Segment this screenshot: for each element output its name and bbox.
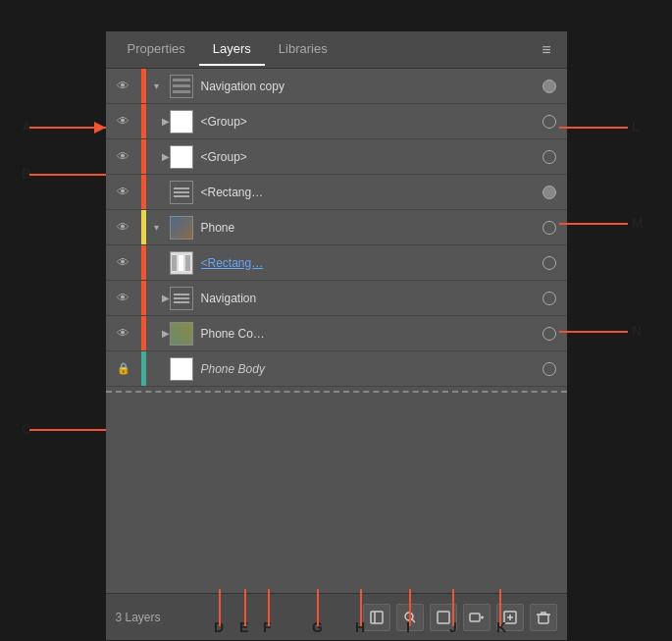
eye-icon: 👁 bbox=[117, 220, 129, 235]
empty-circle bbox=[543, 221, 556, 235]
eye-toggle[interactable]: 👁 bbox=[106, 185, 141, 199]
svg-rect-4 bbox=[470, 614, 480, 621]
layer-thumbnail bbox=[168, 355, 195, 383]
add-layer-button[interactable] bbox=[463, 604, 491, 631]
tab-bar: Properties Layers Libraries ≡ bbox=[106, 31, 567, 69]
lock-icon: 🔒 bbox=[117, 362, 130, 375]
filled-circle bbox=[543, 80, 556, 93]
layer-visibility-circle[interactable] bbox=[538, 221, 561, 235]
layer-name: Navigation copy bbox=[201, 80, 538, 93]
panel-footer: 3 Layers bbox=[106, 593, 567, 640]
empty-circle bbox=[543, 292, 556, 305]
layer-visibility-circle[interactable] bbox=[538, 256, 561, 270]
svg-text:N: N bbox=[632, 323, 642, 339]
layer-visibility-circle[interactable] bbox=[538, 327, 561, 341]
layer-row[interactable]: 👁 ▶ <Group> bbox=[106, 139, 567, 175]
create-layer-button[interactable] bbox=[496, 604, 524, 631]
eye-toggle[interactable]: 👁 bbox=[106, 326, 141, 341]
eye-icon: 👁 bbox=[117, 255, 129, 270]
eye-icon: 👁 bbox=[117, 149, 129, 164]
layers-panel: Properties Layers Libraries ≡ 👁 ▾ bbox=[106, 31, 567, 640]
layer-thumbnail bbox=[168, 179, 195, 206]
layers-list: 👁 ▾ Navigation copy bbox=[106, 69, 567, 593]
layer-row[interactable]: 👁 <Rectang… bbox=[106, 175, 567, 210]
layer-name: Phone Co… bbox=[201, 327, 538, 341]
expand-toggle[interactable]: ▾ bbox=[146, 80, 168, 91]
eye-toggle: 🔒 bbox=[106, 362, 141, 375]
empty-circle bbox=[543, 150, 556, 164]
tab-layers[interactable]: Layers bbox=[199, 33, 265, 66]
eye-toggle[interactable]: 👁 bbox=[106, 79, 141, 93]
layer-row[interactable]: 👁 ▾ Navigation copy bbox=[106, 69, 567, 104]
expand-toggle bbox=[146, 187, 168, 197]
layer-visibility-circle[interactable] bbox=[538, 150, 561, 164]
delete-layer-button[interactable] bbox=[530, 604, 557, 631]
svg-text:L: L bbox=[632, 119, 641, 134]
expand-toggle[interactable]: ▶ bbox=[146, 328, 168, 339]
layer-name: <Group> bbox=[201, 150, 538, 164]
layer-thumbnail bbox=[168, 108, 195, 135]
layer-name: <Group> bbox=[201, 115, 538, 129]
expand-toggle[interactable]: ▶ bbox=[146, 116, 168, 127]
new-layer-from-selection-button[interactable] bbox=[430, 604, 457, 631]
expand-toggle[interactable]: ▶ bbox=[146, 293, 168, 303]
layer-thumbnail bbox=[168, 320, 195, 347]
layer-thumbnail bbox=[168, 214, 195, 241]
layer-thumbnail bbox=[168, 249, 195, 277]
layer-thumbnail bbox=[168, 143, 195, 171]
eye-toggle[interactable]: 👁 bbox=[106, 291, 141, 305]
eye-toggle[interactable]: 👁 bbox=[106, 255, 141, 270]
svg-point-1 bbox=[405, 613, 413, 620]
empty-circle bbox=[543, 362, 556, 376]
eye-icon: 👁 bbox=[117, 185, 129, 199]
layer-row[interactable]: 👁 ▶ <Group> bbox=[106, 104, 567, 139]
layer-name: Phone Body bbox=[201, 362, 538, 376]
layer-count: 3 Layers bbox=[116, 611, 161, 624]
svg-rect-0 bbox=[371, 612, 383, 623]
svg-text:B: B bbox=[22, 166, 31, 182]
eye-icon: 👁 bbox=[117, 291, 129, 305]
layer-name: Phone bbox=[201, 221, 538, 235]
empty-circle bbox=[543, 115, 556, 129]
empty-circle bbox=[543, 256, 556, 270]
expand-toggle[interactable]: ▾ bbox=[146, 222, 168, 233]
eye-icon: 👁 bbox=[117, 326, 129, 341]
svg-text:C: C bbox=[22, 421, 31, 437]
svg-rect-3 bbox=[438, 612, 449, 623]
filled-circle bbox=[543, 186, 556, 199]
svg-line-2 bbox=[412, 619, 415, 622]
eye-icon: 👁 bbox=[117, 79, 129, 93]
expand-toggle bbox=[146, 257, 168, 268]
tab-libraries[interactable]: Libraries bbox=[265, 33, 341, 66]
footer-actions bbox=[363, 604, 557, 631]
expand-toggle[interactable]: ▶ bbox=[146, 151, 168, 162]
layer-visibility-circle[interactable] bbox=[538, 362, 561, 376]
layer-row[interactable]: 👁 ▶ Navigation bbox=[106, 281, 567, 316]
layer-visibility-circle[interactable] bbox=[538, 115, 561, 129]
tab-properties[interactable]: Properties bbox=[114, 33, 199, 66]
layer-name: Navigation bbox=[201, 292, 538, 305]
svg-text:A: A bbox=[22, 119, 31, 134]
layer-separator bbox=[106, 391, 567, 489]
layer-row[interactable]: 🔒 Phone Body bbox=[106, 351, 567, 387]
layer-name[interactable]: <Rectang… bbox=[201, 256, 538, 270]
eye-toggle[interactable]: 👁 bbox=[106, 114, 141, 129]
svg-rect-8 bbox=[539, 614, 548, 623]
layer-name: <Rectang… bbox=[201, 186, 538, 199]
empty-circle bbox=[543, 327, 556, 341]
eye-toggle[interactable]: 👁 bbox=[106, 149, 141, 164]
expand-toggle bbox=[146, 363, 168, 374]
layer-visibility-circle[interactable] bbox=[538, 80, 561, 93]
eye-icon: 👁 bbox=[117, 114, 129, 129]
make-layer-button[interactable] bbox=[363, 604, 390, 631]
panel-menu-icon[interactable]: ≡ bbox=[534, 37, 558, 63]
layer-row[interactable]: 👁 <Rectang… bbox=[106, 245, 567, 281]
layer-row[interactable]: 👁 ▶ Phone Co… bbox=[106, 316, 567, 351]
layer-visibility-circle[interactable] bbox=[538, 186, 561, 199]
eye-toggle[interactable]: 👁 bbox=[106, 220, 141, 235]
search-layers-button[interactable] bbox=[396, 604, 424, 631]
layer-visibility-circle[interactable] bbox=[538, 292, 561, 305]
layer-row[interactable]: 👁 ▾ Phone bbox=[106, 210, 567, 245]
svg-text:M: M bbox=[632, 215, 644, 231]
layer-thumbnail bbox=[168, 285, 195, 312]
